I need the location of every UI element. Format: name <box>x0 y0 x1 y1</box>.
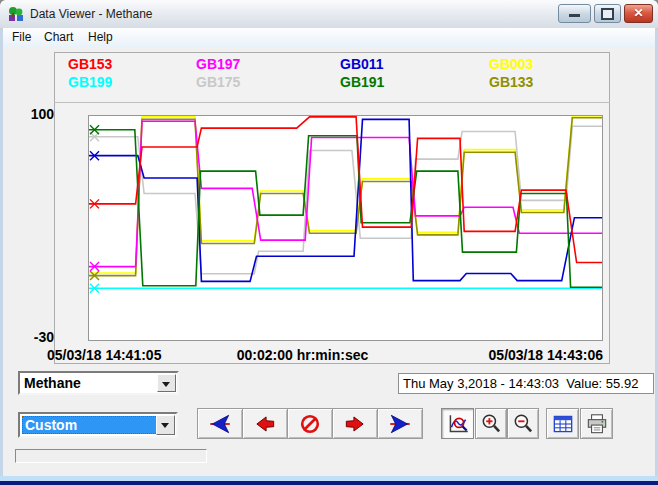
range-select-value: Custom <box>25 417 77 433</box>
x-axis-end-label: 05/03/18 14:43:06 <box>450 347 603 363</box>
legend-gb153: GB153 <box>68 56 112 72</box>
zoom-in-button[interactable] <box>475 408 507 439</box>
stop-button[interactable] <box>287 408 333 439</box>
legend-gb011: GB011 <box>340 56 384 72</box>
app-window: Data Viewer - Methane ✕ File Chart Help … <box>0 0 658 485</box>
zoom-out-icon <box>510 411 536 437</box>
y-axis-max-label: 100 <box>14 106 54 122</box>
plot-area[interactable] <box>88 115 603 341</box>
skip-forward-button[interactable] <box>377 408 423 439</box>
skip-back-button[interactable] <box>197 408 243 439</box>
close-button[interactable]: ✕ <box>624 4 653 23</box>
maximize-button[interactable] <box>594 4 621 23</box>
series-GB153 <box>89 117 602 263</box>
zoom-reset-button[interactable] <box>441 408 474 439</box>
range-select-dropdown-button[interactable] <box>156 415 175 435</box>
y-axis-min-label: -30 <box>14 329 54 345</box>
series-GB003 <box>89 116 602 273</box>
legend-gb199: GB199 <box>68 74 112 90</box>
progress-bar <box>15 449 207 463</box>
app-icon <box>8 6 24 22</box>
maximize-icon <box>601 8 614 20</box>
trend-select[interactable]: Methane <box>18 371 179 395</box>
status-readout-text: Thu May 3,2018 - 14:43:03 Value: 55.92 <box>403 376 638 391</box>
legend-gb191: GB191 <box>340 74 384 90</box>
minimize-icon <box>569 14 580 17</box>
legend-gb003: GB003 <box>489 56 533 72</box>
range-select[interactable]: Custom <box>18 412 178 438</box>
zoom-reset-icon <box>445 411 471 437</box>
window-border-bottom-edge <box>0 481 658 485</box>
trend-chart <box>89 116 602 340</box>
range-select-selection: Custom <box>22 416 158 434</box>
stop-icon <box>297 411 323 437</box>
step-forward-button[interactable] <box>332 408 378 439</box>
legend-gb133: GB133 <box>489 74 533 90</box>
legend-gb197: GB197 <box>196 56 240 72</box>
step-back-icon <box>252 411 278 437</box>
data-table-button[interactable] <box>546 408 579 439</box>
step-back-button[interactable] <box>242 408 288 439</box>
trend-select-value: Methane <box>24 375 81 391</box>
legend-divider <box>54 102 610 103</box>
x-axis-start-label: 05/03/18 14:41:05 <box>47 347 161 363</box>
skip-forward-icon <box>387 411 413 437</box>
chevron-down-icon <box>161 423 169 428</box>
window-title: Data Viewer - Methane <box>30 7 153 21</box>
menu-chart[interactable]: Chart <box>40 29 77 46</box>
close-icon: ✕ <box>625 5 652 22</box>
chevron-down-icon <box>162 382 170 387</box>
zoom-out-button[interactable] <box>507 408 539 439</box>
x-axis-span-label: 00:02:00 hr:min:sec <box>200 347 405 363</box>
print-button[interactable] <box>580 408 613 439</box>
window-border-left <box>0 28 3 478</box>
status-readout: Thu May 3,2018 - 14:43:03 Value: 55.92 <box>398 373 654 394</box>
menu-help[interactable]: Help <box>84 29 117 46</box>
series-GB191 <box>89 130 602 287</box>
legend-gb175: GB175 <box>196 74 240 90</box>
series-GB133 <box>89 118 602 276</box>
step-forward-icon <box>342 411 368 437</box>
series-GB175 <box>89 126 602 273</box>
trend-select-dropdown-button[interactable] <box>157 374 176 392</box>
data-table-icon <box>550 411 576 437</box>
zoom-in-icon <box>478 411 504 437</box>
minimize-button[interactable] <box>558 4 591 23</box>
print-icon <box>584 411 610 437</box>
skip-back-icon <box>207 411 233 437</box>
menu-file[interactable]: File <box>8 29 35 46</box>
